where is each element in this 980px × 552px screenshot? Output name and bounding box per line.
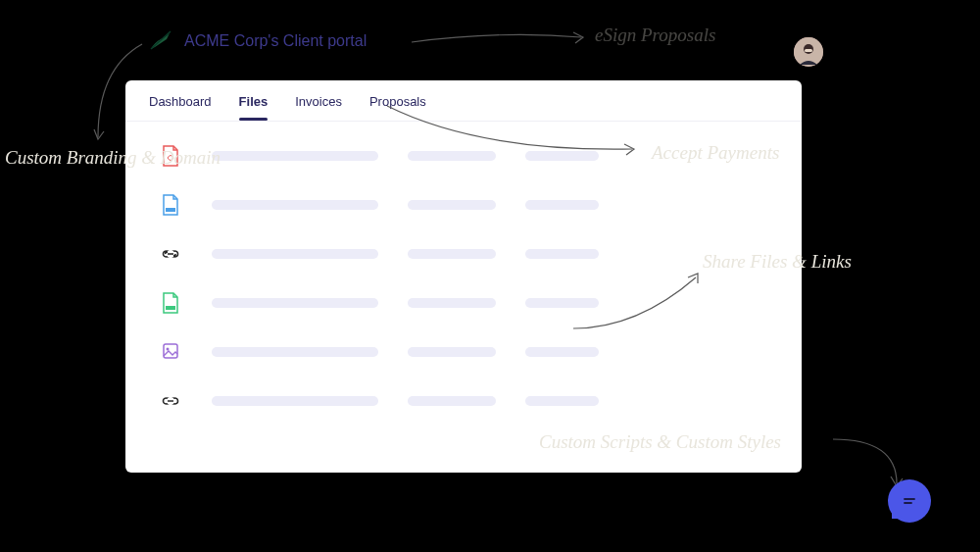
file-row-content: [212, 396, 778, 406]
tab-invoices[interactable]: Invoices: [295, 94, 342, 121]
annotation-branding: Custom Branding & Domain: [5, 147, 220, 169]
placeholder: [212, 347, 378, 357]
file-row-content: [212, 249, 778, 259]
avatar[interactable]: [794, 37, 823, 67]
link-icon: [161, 243, 180, 265]
portal-header: ACME Corp's Client portal: [147, 27, 367, 55]
arrow-esign: [407, 27, 593, 47]
placeholder: [525, 151, 599, 161]
placeholder: [525, 249, 599, 259]
svg-point-10: [167, 348, 170, 351]
chat-button[interactable]: [888, 479, 931, 523]
chat-icon: [901, 492, 918, 510]
file-list: [125, 122, 802, 449]
placeholder: [525, 396, 599, 406]
file-row[interactable]: [161, 194, 778, 216]
tab-dashboard[interactable]: Dashboard: [149, 94, 212, 121]
placeholder: [408, 249, 496, 259]
file-row-content: [212, 347, 778, 357]
logo-icon: [147, 27, 174, 55]
doc-file-icon: [161, 194, 180, 216]
file-row[interactable]: [161, 292, 778, 314]
portal-title: ACME Corp's Client portal: [184, 32, 367, 50]
svg-rect-3: [166, 208, 175, 212]
annotation-esign: eSign Proposals: [595, 25, 715, 46]
placeholder: [212, 298, 378, 308]
placeholder: [212, 396, 378, 406]
link-icon: [161, 390, 180, 412]
image-file-icon: [161, 341, 180, 363]
placeholder: [525, 347, 599, 357]
tabs-bar: Dashboard Files Invoices Proposals: [125, 80, 802, 122]
placeholder: [525, 298, 599, 308]
tab-files[interactable]: Files: [239, 94, 269, 121]
file-row[interactable]: [161, 341, 778, 363]
annotation-payments: Accept Payments: [652, 142, 779, 164]
svg-rect-8: [166, 306, 175, 310]
annotation-scripts: Custom Scripts & Custom Styles: [539, 431, 781, 453]
svg-rect-9: [164, 344, 177, 358]
placeholder: [525, 200, 599, 210]
annotation-files: Share Files & Links: [703, 251, 852, 273]
tab-proposals[interactable]: Proposals: [369, 94, 426, 121]
svg-rect-2: [805, 49, 812, 52]
placeholder: [408, 200, 496, 210]
placeholder: [408, 347, 496, 357]
portal-window: Dashboard Files Invoices Proposals: [125, 80, 802, 473]
file-row[interactable]: [161, 390, 778, 412]
file-row-content: [212, 298, 778, 308]
placeholder: [212, 151, 378, 161]
file-row-content: [212, 200, 778, 210]
placeholder: [408, 151, 496, 161]
placeholder: [212, 249, 378, 259]
file-row[interactable]: [161, 243, 778, 265]
placeholder: [408, 396, 496, 406]
placeholder: [212, 200, 378, 210]
sheet-file-icon: [161, 292, 180, 314]
placeholder: [408, 298, 496, 308]
